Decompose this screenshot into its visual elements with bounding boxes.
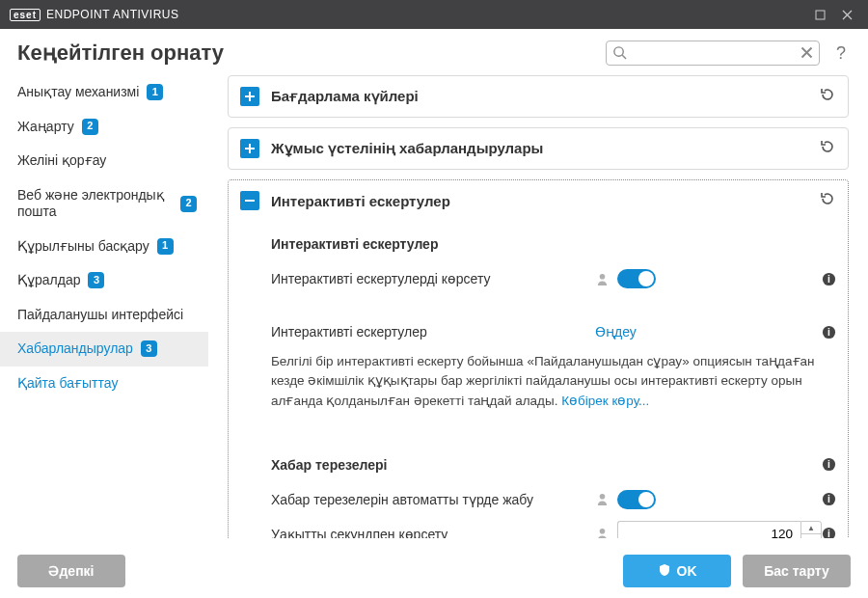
sidebar-item-label: Құрылғыны басқару (17, 238, 149, 256)
sidebar: Анықтау механизмі 1 Жаңарту 2 Желіні қор… (0, 75, 208, 538)
panel-title: Жұмыс үстелінің хабарландырулары (271, 140, 807, 157)
titlebar: eset ENDPOINT ANTIVIRUS (0, 0, 868, 29)
panel-interactive-alerts: Интерактивті ескертулер Интерактивті еск… (228, 179, 849, 538)
row-show-interactive-alerts: Интерактивті ескертулерді көрсету i (271, 263, 836, 294)
svg-point-1 (614, 47, 623, 56)
sidebar-badge: 1 (147, 84, 163, 100)
panel-desktop-notifications: Жұмыс үстелінің хабарландырулары (228, 127, 849, 170)
section-interactive-alerts-title: Интерактивті ескертулер (271, 236, 836, 252)
content-column: Бағдарлама күйлері Жұмыс үстелінің хабар… (208, 75, 868, 538)
sidebar-badge: 2 (180, 196, 197, 212)
svg-rect-0 (816, 11, 825, 19)
sidebar-item-web-email[interactable]: Веб және электрондық пошта 2 (0, 178, 208, 230)
panel-body: Интерактивті ескертулер Интерактивті еск… (229, 221, 848, 538)
row-label: Уақытты секундпен көрсету (271, 527, 595, 538)
section-message-windows-title: Хабар терезелері i (271, 457, 836, 473)
info-icon[interactable]: i (822, 457, 836, 472)
revert-icon[interactable] (819, 86, 836, 107)
sidebar-item-label: Анықтау механизмі (17, 84, 139, 101)
svg-text:i: i (827, 530, 830, 539)
timeout-field: ▲ ▼ (617, 521, 822, 538)
sidebar-item-label: Құралдар (17, 272, 80, 289)
svg-point-12 (600, 529, 606, 534)
lock-icon (595, 527, 610, 538)
toggle-show-alerts[interactable] (617, 269, 656, 288)
info-icon[interactable]: i (822, 272, 836, 286)
window-close-button[interactable] (833, 0, 860, 29)
sidebar-item-detection-engine[interactable]: Анықтау механизмі 1 (0, 75, 208, 110)
sidebar-item-update[interactable]: Жаңарту 2 (0, 110, 208, 145)
timeout-spinner[interactable]: ▲ ▼ (800, 521, 822, 538)
expand-icon[interactable] (240, 87, 259, 106)
timeout-input[interactable] (617, 521, 800, 538)
default-button[interactable]: Әдепкі (17, 555, 125, 587)
sidebar-item-notifications[interactable]: Хабарландырулар 3 (0, 332, 208, 367)
panel-title: Интерактивті ескертулер (271, 193, 807, 209)
product-name: ENDPOINT ANTIVIRUS (46, 8, 178, 21)
alerts-description: Белгілі бір интерактивті ескерту бойынша… (271, 352, 836, 411)
sidebar-item-label: Қайта бағыттау (17, 375, 118, 393)
sidebar-item-label: Хабарландырулар (17, 340, 133, 358)
panel-title: Бағдарлама күйлері (271, 88, 807, 105)
sidebar-item-label: Желіні қорғау (17, 152, 106, 170)
row-label: Интерактивті ескертулер (271, 324, 595, 340)
cancel-button[interactable]: Бас тарту (743, 555, 851, 587)
row-label: Хабар терезелерін автоматты түрде жабу (271, 492, 595, 507)
clear-search-icon[interactable] (800, 45, 814, 64)
revert-icon[interactable] (819, 138, 836, 159)
sidebar-item-network-protection[interactable]: Желіні қорғау (0, 144, 208, 178)
edit-alerts-link[interactable]: Өңдеу (595, 324, 637, 340)
window-maximize-button[interactable] (806, 0, 833, 29)
row-timeout: Уақытты секундпен көрсету ▲ ▼ (271, 515, 836, 538)
help-button[interactable]: ? (831, 43, 851, 64)
info-icon[interactable]: i (822, 492, 836, 506)
search-field-wrap (606, 41, 820, 66)
sidebar-badge: 3 (141, 340, 157, 357)
sidebar-item-user-interface[interactable]: Пайдаланушы интерфейсі (0, 298, 208, 333)
search-icon (612, 45, 627, 64)
lock-icon (595, 272, 610, 286)
toggle-autoclose[interactable] (617, 490, 656, 509)
spinner-down-icon[interactable]: ▼ (801, 534, 821, 538)
info-icon[interactable]: i (822, 325, 836, 340)
expand-icon[interactable] (240, 139, 259, 158)
sidebar-item-device-control[interactable]: Құрылғыны басқару 1 (0, 230, 208, 264)
svg-text:i: i (827, 274, 830, 285)
panel-header[interactable]: Жұмыс үстелінің хабарландырулары (229, 128, 848, 169)
svg-text:i: i (827, 495, 830, 505)
brand: eset ENDPOINT ANTIVIRUS (10, 8, 178, 21)
eset-logo: eset (10, 9, 41, 21)
lock-icon (595, 492, 610, 506)
search-input[interactable] (606, 41, 820, 66)
main-area: Анықтау механизмі 1 Жаңарту 2 Желіні қор… (0, 75, 868, 538)
sidebar-badge: 1 (157, 238, 174, 255)
scroll-area[interactable]: Бағдарлама күйлері Жұмыс үстелінің хабар… (208, 75, 854, 538)
sidebar-item-label: Веб және электрондық пошта (17, 187, 173, 221)
sidebar-badge: 2 (82, 119, 98, 135)
svg-point-9 (600, 494, 606, 500)
panel-header[interactable]: Бағдарлама күйлері (229, 76, 848, 117)
ok-button[interactable]: OK (623, 555, 731, 587)
sidebar-badge: 3 (88, 272, 104, 288)
sidebar-item-tools[interactable]: Құралдар 3 (0, 263, 208, 298)
header: Кеңейтілген орнату ? (0, 29, 868, 75)
row-autoclose: Хабар терезелерін автоматты түрде жабу i (271, 484, 836, 515)
panel-application-states: Бағдарлама күйлері (228, 75, 849, 118)
revert-icon[interactable] (819, 190, 836, 211)
page-title: Кеңейтілген орнату (17, 41, 224, 66)
shield-icon (658, 563, 671, 580)
sidebar-item-redirect[interactable]: Қайта бағыттау (0, 367, 208, 401)
svg-text:i: i (827, 460, 830, 471)
row-label: Интерактивті ескертулерді көрсету (271, 271, 595, 286)
footer: Әдепкі OK Бас тарту (0, 544, 868, 598)
sidebar-item-label: Жаңарту (17, 119, 74, 136)
spinner-up-icon[interactable]: ▲ (801, 522, 821, 535)
svg-text:i: i (827, 327, 830, 338)
info-icon[interactable]: i (822, 527, 836, 538)
panel-header[interactable]: Интерактивті ескертулер (229, 180, 848, 221)
collapse-icon[interactable] (240, 191, 259, 210)
sidebar-item-label: Пайдаланушы интерфейсі (17, 307, 183, 324)
svg-point-2 (600, 273, 606, 279)
row-interactive-alerts-list: Интерактивті ескертулер Өңдеу i (271, 317, 836, 346)
learn-more-link[interactable]: Көбірек көру... (561, 394, 649, 408)
